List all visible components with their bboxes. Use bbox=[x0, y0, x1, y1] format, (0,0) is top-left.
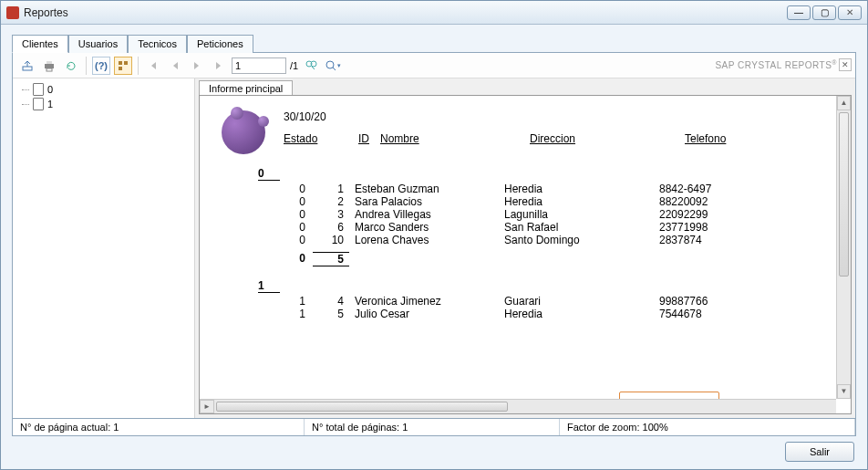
status-zoom: Factor de zoom: 100% bbox=[560, 419, 855, 435]
maximize-button[interactable]: ▢ bbox=[812, 5, 836, 20]
table-row: 01Esteban GuzmanHeredia8842-6497 bbox=[222, 183, 851, 195]
brand-label: SAP CRYSTAL REPORTS® bbox=[715, 59, 837, 70]
svg-rect-4 bbox=[119, 61, 122, 65]
tab-tecnicos[interactable]: Tecnicos bbox=[128, 35, 187, 53]
tree-toggle-icon[interactable] bbox=[114, 57, 132, 75]
page-input[interactable] bbox=[232, 57, 286, 74]
refresh-icon[interactable] bbox=[62, 57, 80, 75]
tabs: Clientes Usuarios Tecnicos Peticiones bbox=[12, 35, 856, 53]
col-telefono: Telefono bbox=[685, 132, 776, 145]
tree-item[interactable]: 1 bbox=[16, 97, 191, 111]
svg-point-9 bbox=[326, 61, 334, 68]
print-icon[interactable] bbox=[40, 57, 58, 75]
find-icon[interactable] bbox=[302, 57, 320, 75]
prev-page-icon[interactable] bbox=[166, 57, 184, 75]
logo-icon bbox=[222, 110, 265, 154]
svg-rect-5 bbox=[124, 61, 128, 65]
tab-peticiones[interactable]: Peticiones bbox=[187, 35, 253, 53]
table-row: 010Lorena ChavesSanto Domingo2837874 bbox=[222, 234, 851, 246]
table-row: 06Marco SandersSan Rafael23771998 bbox=[222, 221, 851, 234]
svg-rect-1 bbox=[45, 64, 54, 68]
titlebar: Reportes — ▢ ✕ bbox=[1, 1, 867, 25]
svg-rect-6 bbox=[119, 67, 122, 70]
document-icon bbox=[33, 98, 44, 110]
salir-button[interactable]: Salir bbox=[785, 442, 854, 462]
status-total-pages: N° total de páginas: 1 bbox=[305, 419, 560, 435]
subtotal-row: 05 bbox=[222, 252, 851, 266]
report-date: 30/10/20 bbox=[284, 110, 776, 123]
vertical-scrollbar[interactable]: ▲ ▼ bbox=[836, 96, 851, 399]
export-icon[interactable] bbox=[18, 57, 36, 75]
close-button[interactable]: ✕ bbox=[838, 5, 862, 20]
table-row: 15Julio CesarHeredia7544678 bbox=[222, 308, 851, 320]
document-icon bbox=[33, 83, 44, 96]
first-page-icon[interactable] bbox=[144, 57, 162, 75]
window: Reportes — ▢ ✕ Clientes Usuarios Tecnico… bbox=[0, 0, 868, 470]
table-row: 03Andrea VillegasLagunilla22092299 bbox=[222, 208, 851, 221]
svg-rect-3 bbox=[46, 68, 52, 71]
minimize-button[interactable]: — bbox=[787, 5, 811, 20]
col-direccion: Direccion bbox=[530, 132, 685, 145]
report-page: 30/10/20 Estado ID Nombre Direccion Tele… bbox=[200, 96, 851, 335]
status-current-page: N° de página actual: 1 bbox=[13, 419, 305, 435]
report-viewer: 30/10/20 Estado ID Nombre Direccion Tele… bbox=[199, 95, 852, 414]
table-row: 14Veronica JimenezGuarari99887766 bbox=[222, 295, 851, 308]
panel-close-icon[interactable]: ✕ bbox=[839, 58, 852, 71]
table-row: 02Sara PalaciosHeredia88220092 bbox=[222, 195, 851, 208]
window-title: Reportes bbox=[24, 6, 68, 19]
col-nombre: Nombre bbox=[375, 132, 530, 145]
last-page-icon[interactable] bbox=[210, 57, 228, 75]
group-header: 0 bbox=[258, 167, 280, 181]
next-page-icon[interactable] bbox=[188, 57, 206, 75]
group-header: 1 bbox=[258, 279, 280, 293]
svg-rect-2 bbox=[46, 61, 52, 64]
col-estado: Estado bbox=[284, 132, 338, 145]
tab-clientes[interactable]: Clientes bbox=[12, 35, 68, 53]
zoom-icon[interactable]: ▾ bbox=[324, 57, 342, 75]
help-icon[interactable]: (?) bbox=[92, 57, 110, 75]
main-panel: Informe principal 30/10/20 Estad bbox=[195, 78, 855, 418]
col-id: ID bbox=[338, 132, 375, 145]
group-tree: 0 1 bbox=[13, 78, 195, 418]
horizontal-scrollbar[interactable]: ◄ ► bbox=[200, 399, 836, 413]
tab-usuarios[interactable]: Usuarios bbox=[68, 35, 128, 53]
page-total: /1 bbox=[290, 60, 298, 71]
tree-item[interactable]: 0 bbox=[16, 82, 191, 97]
svg-rect-0 bbox=[23, 67, 32, 70]
app-icon bbox=[6, 6, 19, 19]
statusbar: N° de página actual: 1 N° total de págin… bbox=[12, 419, 856, 436]
tabpanel: (?) /1 ▾ SAP CRYSTAL REPORTS® ✕ 0 1 bbox=[12, 52, 856, 419]
toolbar: (?) /1 ▾ SAP CRYSTAL REPORTS® ✕ bbox=[13, 53, 855, 78]
